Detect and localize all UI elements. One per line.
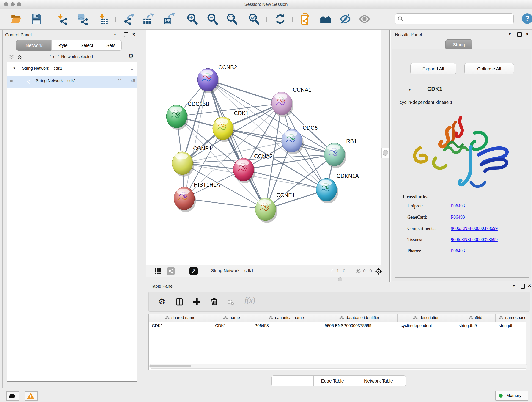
float-panel-icon[interactable]: ▼: [114, 32, 117, 36]
crosslink-link[interactable]: P06493: [451, 248, 465, 254]
column-header[interactable]: canonical name: [251, 314, 322, 322]
splitter-handle[interactable]: [338, 277, 342, 281]
column-header[interactable]: namespace: [496, 314, 530, 322]
column-header[interactable]: shared name: [149, 314, 212, 322]
column-header[interactable]: database identifier: [322, 314, 398, 322]
tab-network[interactable]: Network: [16, 40, 52, 51]
clone-network-icon[interactable]: [300, 13, 311, 25]
network-canvas[interactable]: CCNB2CCNA1CDC25BCDK1CDC6RB1CCNB1CCNA2CDK…: [146, 30, 381, 265]
network-node[interactable]: [213, 117, 234, 142]
help-icon[interactable]: ?: [521, 13, 532, 24]
column-header[interactable]: @id: [456, 314, 496, 322]
splitter-handle[interactable]: [381, 148, 389, 158]
table-cell[interactable]: P06493: [251, 322, 322, 330]
table-cell[interactable]: stringdb:9...: [456, 322, 496, 330]
maximize-panel-icon[interactable]: [124, 32, 128, 37]
network-collection-row[interactable]: ▼ String Network – cdk1 1: [7, 63, 137, 75]
tab-sets[interactable]: Sets: [100, 40, 122, 51]
protein-structure-image: [402, 109, 519, 201]
save-session-icon[interactable]: [31, 13, 42, 25]
network-node[interactable]: [272, 92, 293, 117]
home-layout-icon[interactable]: [320, 13, 331, 25]
refresh-icon[interactable]: [274, 13, 286, 25]
table-options-gear-icon[interactable]: ⚙: [158, 297, 165, 306]
card-expander-icon[interactable]: ▼: [408, 88, 412, 91]
tab-node-table[interactable]: Node Table: [272, 375, 314, 386]
table-header-row[interactable]: shared namenamecanonical namedatabase id…: [149, 314, 530, 322]
birds-eye-grid-icon[interactable]: [155, 268, 161, 275]
horizontal-splitter[interactable]: [146, 277, 381, 282]
expand-all-button[interactable]: Expand All: [410, 63, 456, 74]
export-image-icon[interactable]: [163, 13, 175, 25]
warnings-button[interactable]: [25, 391, 38, 401]
table-vertical-scrollbar[interactable]: [526, 314, 530, 370]
node-table-grid[interactable]: shared namenamecanonical namedatabase id…: [148, 313, 530, 370]
network-node[interactable]: [197, 68, 220, 93]
detach-view-icon[interactable]: ↗: [190, 267, 198, 275]
cloud-status-button[interactable]: [6, 391, 19, 401]
import-network-file-icon[interactable]: [57, 13, 68, 25]
search-input[interactable]: [395, 13, 514, 24]
network-node-count: 11: [118, 78, 122, 83]
memory-button[interactable]: Memory: [495, 391, 528, 401]
maximize-panel-icon[interactable]: [520, 284, 525, 288]
scrollbar-thumb[interactable]: [150, 365, 191, 367]
float-panel-icon[interactable]: ▼: [512, 284, 515, 288]
column-header[interactable]: name: [212, 314, 251, 322]
maximize-panel-icon[interactable]: [517, 32, 522, 37]
table-cell[interactable]: CDK1: [212, 322, 251, 330]
hide-unhide-icon[interactable]: [340, 13, 351, 25]
network-node[interactable]: [316, 178, 338, 203]
add-column-icon[interactable]: [193, 298, 201, 307]
import-table-icon[interactable]: [97, 13, 109, 25]
zoom-fit-icon[interactable]: [226, 13, 238, 25]
table-horizontal-scrollbar[interactable]: [149, 364, 527, 369]
tree-expander-icon[interactable]: ▼: [13, 66, 16, 70]
table-cell[interactable]: 9606.ENSP00000378699: [322, 322, 398, 330]
network-node[interactable]: [324, 143, 346, 168]
zoom-selected-icon[interactable]: [248, 13, 260, 25]
close-panel-icon[interactable]: ✕: [526, 32, 529, 37]
export-table-icon[interactable]: [143, 13, 154, 25]
zoom-in-icon[interactable]: [187, 13, 198, 25]
tab-style[interactable]: Style: [51, 40, 74, 51]
table-cell[interactable]: stringdb: [496, 322, 530, 330]
crosslink-label: Tissues:: [407, 237, 451, 242]
network-options-gear-icon[interactable]: ⚙: [128, 52, 134, 60]
crosslink-link[interactable]: P06493: [451, 215, 465, 220]
show-columns-icon[interactable]: [175, 298, 184, 307]
collapse-all-networks-icon[interactable]: [8, 54, 14, 61]
show-graphics-icon[interactable]: [359, 13, 370, 25]
crosslink-link[interactable]: 9606.ENSP00000378699: [451, 226, 498, 231]
network-row-selected[interactable]: String Network – cdk1 11 48: [7, 76, 137, 88]
delete-column-trash-icon[interactable]: [210, 297, 218, 306]
right-splitter[interactable]: [381, 30, 390, 282]
toolbar-separator: [181, 266, 181, 276]
network-node[interactable]: [282, 129, 304, 154]
network-node[interactable]: [174, 187, 196, 212]
open-session-icon[interactable]: [11, 13, 22, 25]
close-panel-icon[interactable]: ✕: [528, 283, 531, 288]
close-panel-icon[interactable]: ✕: [132, 32, 135, 37]
column-header[interactable]: description: [398, 314, 456, 322]
collapse-all-button[interactable]: Collapse All: [464, 63, 514, 74]
import-network-database-icon[interactable]: [77, 13, 89, 25]
network-tree: ▼ String Network – cdk1 1 String Network…: [7, 62, 137, 382]
crosslink-link[interactable]: P06493: [451, 203, 465, 209]
network-node[interactable]: [255, 198, 277, 223]
table-cell[interactable]: CDK1: [149, 322, 212, 330]
fit-selected-crosshair-icon[interactable]: [375, 268, 382, 276]
crosslink-link[interactable]: 9606.ENSP00000378699: [451, 237, 498, 242]
toolbar-separator: [354, 12, 355, 26]
table-body[interactable]: CDK1CDK1P064939606.ENSP00000378699cyclin…: [149, 322, 530, 330]
zoom-out-icon[interactable]: [207, 13, 218, 25]
network-node[interactable]: [166, 105, 188, 130]
float-panel-icon[interactable]: ▼: [508, 32, 511, 36]
tab-select[interactable]: Select: [73, 40, 101, 51]
expand-all-networks-icon[interactable]: [17, 54, 23, 61]
tab-edge-table[interactable]: Edge Table: [313, 375, 351, 386]
export-network-icon[interactable]: [123, 13, 135, 25]
tab-network-table[interactable]: Network Table: [351, 375, 406, 386]
table-row[interactable]: CDK1CDK1P064939606.ENSP00000378699cyclin…: [149, 322, 530, 330]
table-cell[interactable]: cyclin-dependent ...: [398, 322, 456, 330]
